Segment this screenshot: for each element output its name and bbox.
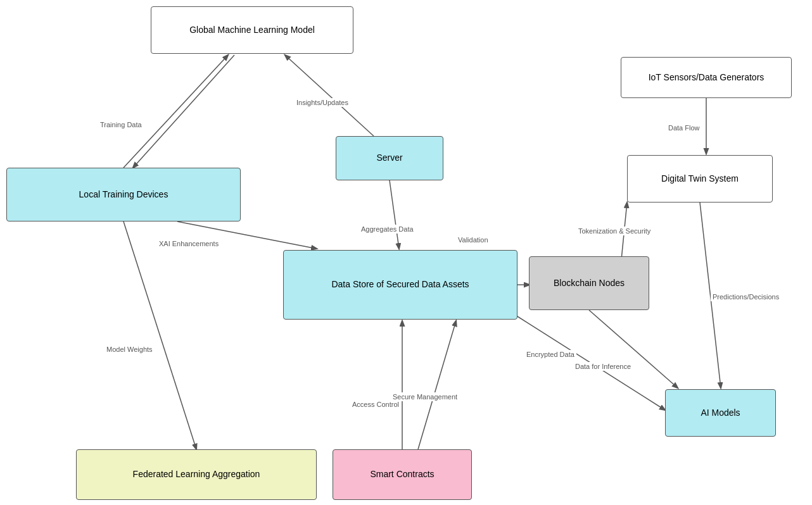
training-data-label: Training Data [98,120,144,129]
federated-node: Federated Learning Aggregation [76,449,317,500]
xai-label: XAI Enhancements [157,239,220,248]
data-store-node: Data Store of Secured Data Assets [283,250,517,320]
data-for-inference-label: Data for Inference [573,362,633,371]
svg-line-3 [390,180,399,249]
svg-line-2 [285,55,374,136]
encrypted-data-label: Encrypted Data [524,350,576,359]
smart-contracts-node: Smart Contracts [333,449,472,500]
svg-line-5 [124,221,196,449]
model-weights-label: Model Weights [105,345,155,354]
diagram-container: Global Machine Learning Model Local Trai… [0,0,812,505]
insights-updates-label: Insights/Updates [295,98,350,107]
digital-twin-node: Digital Twin System [627,155,773,203]
svg-line-10 [589,310,678,388]
ai-models-node: AI Models [665,389,776,437]
aggregates-data-label: Aggregates Data [359,225,416,234]
data-flow-label: Data Flow [666,123,702,132]
local-training-node: Local Training Devices [6,168,241,221]
predictions-label: Predictions/Decisions [711,292,781,301]
svg-line-12 [418,321,456,449]
svg-line-1 [133,55,234,168]
global-ml-node: Global Machine Learning Model [151,6,353,54]
blockchain-node: Blockchain Nodes [529,256,649,310]
tokenization-label: Tokenization & Security [576,227,652,235]
validation-label: Validation [456,235,490,244]
secure-management-label: Secure Management [391,392,459,401]
access-control-label: Access Control [350,400,401,409]
iot-node: IoT Sensors/Data Generators [621,57,792,98]
server-node: Server [336,136,443,180]
svg-line-0 [124,55,228,168]
